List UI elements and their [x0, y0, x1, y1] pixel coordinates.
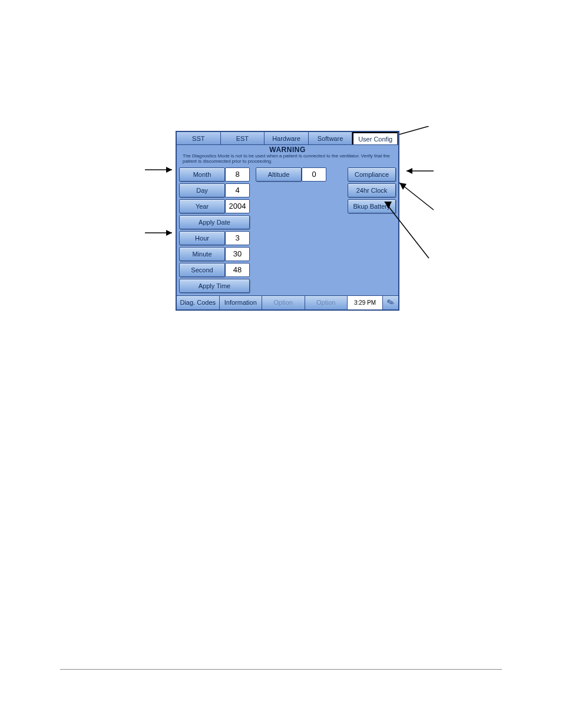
warning-title: WARNING — [180, 146, 395, 154]
information-button[interactable]: Information — [220, 296, 263, 309]
svg-marker-6 — [406, 168, 412, 174]
hour-value[interactable]: 3 — [225, 231, 250, 245]
compliance-button[interactable]: Compliance — [348, 167, 396, 182]
month-value[interactable]: 8 — [225, 167, 250, 182]
second-button[interactable]: Second — [179, 263, 225, 277]
second-value[interactable]: 48 — [225, 263, 250, 277]
svg-line-7 — [399, 183, 434, 210]
callout-arrow-24hr — [398, 180, 439, 216]
callout-arrow-hour — [145, 227, 180, 239]
option-button-2: Option — [305, 296, 348, 309]
altitude-value[interactable]: 0 — [302, 167, 326, 182]
settings-grid: Month 8 Altitude 0 Compliance Day 4 24hr… — [177, 166, 398, 295]
minute-value[interactable]: 30 — [225, 247, 250, 261]
tab-sst[interactable]: SST — [177, 132, 221, 144]
callout-arrow-user-config — [399, 126, 435, 150]
diag-codes-button[interactable]: Diag. Codes — [177, 296, 220, 309]
altitude-button[interactable]: Altitude — [256, 167, 302, 182]
minute-button[interactable]: Minute — [179, 247, 225, 261]
tab-bar: SST EST Hardware Software User Config — [177, 132, 398, 145]
warning-area: WARNING The Diagnostics Mode is not to b… — [177, 145, 398, 166]
callout-arrow-compliance — [398, 165, 434, 177]
tab-hardware[interactable]: Hardware — [265, 132, 309, 144]
svg-line-0 — [399, 126, 429, 134]
clock-display: 3:29 PM — [348, 296, 383, 309]
page-divider — [60, 669, 502, 670]
tab-user-config[interactable]: User Config — [352, 132, 398, 144]
apply-time-button[interactable]: Apply Time — [179, 279, 250, 293]
bkup-battery-button[interactable]: Bkup Battery — [348, 199, 396, 213]
svg-marker-8 — [399, 183, 406, 190]
svg-marker-4 — [166, 230, 172, 236]
apply-date-button[interactable]: Apply Date — [179, 215, 250, 229]
callout-arrow-month — [145, 164, 180, 176]
diagnostics-panel: SST EST Hardware Software User Config WA… — [176, 131, 399, 311]
hour-button[interactable]: Hour — [179, 231, 225, 245]
year-value[interactable]: 2004 — [225, 199, 250, 213]
day-button[interactable]: Day — [179, 183, 225, 197]
month-button[interactable]: Month — [179, 167, 225, 182]
24hr-clock-button[interactable]: 24hr Clock — [348, 183, 396, 197]
year-button[interactable]: Year — [179, 199, 225, 213]
tab-est[interactable]: EST — [221, 132, 265, 144]
option-button-1: Option — [262, 296, 305, 309]
footer-bar: Diag. Codes Information Option Option 3:… — [177, 295, 398, 309]
svg-marker-2 — [166, 167, 172, 173]
tab-software[interactable]: Software — [309, 132, 353, 144]
day-value[interactable]: 4 — [225, 183, 250, 197]
settings-icon[interactable]: ✎ — [383, 296, 398, 309]
warning-body: The Diagnostics Mode is not to be used w… — [180, 154, 395, 164]
